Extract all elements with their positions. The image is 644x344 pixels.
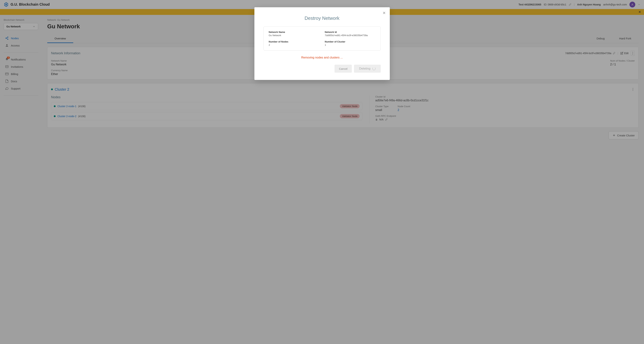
info-value: 2	[269, 43, 320, 46]
spinner-icon	[372, 67, 376, 70]
info-label: Network Name	[269, 31, 320, 33]
info-label: Network Id	[325, 31, 376, 33]
info-value: 7dd955cf-ed91-45f4-bc0f-e38035b4739a	[325, 34, 376, 37]
close-icon[interactable]	[382, 11, 386, 15]
modal-info-box: Network Name Gu Network Network Id 7dd95…	[264, 26, 381, 50]
info-label: Number of Nodes	[269, 40, 320, 43]
cancel-button[interactable]: Cancel	[334, 65, 352, 73]
modal-status-text: Removing nodes and clusters ...	[264, 56, 381, 59]
info-value: Gu Network	[269, 34, 320, 37]
modal-title: Destroy Network	[264, 15, 381, 21]
info-value: 1	[325, 43, 376, 46]
delete-label: Deleting	[359, 67, 370, 70]
info-label: Number of Cluster	[325, 40, 376, 43]
destroy-network-modal: Destroy Network Network Name Gu Network …	[254, 7, 390, 80]
delete-button[interactable]: Deleting	[354, 65, 380, 73]
modal-overlay: Destroy Network Network Name Gu Network …	[0, 0, 644, 344]
